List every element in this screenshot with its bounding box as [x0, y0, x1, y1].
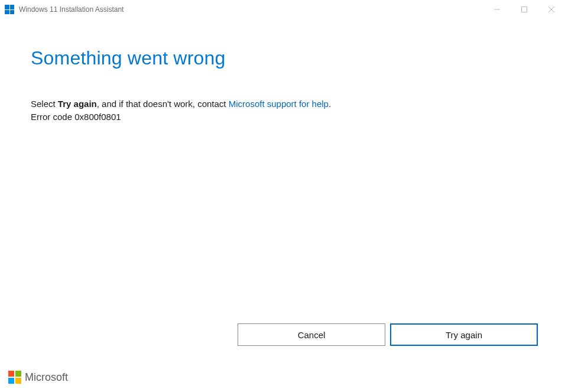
content-area: Something went wrong Select Try again, a…: [0, 19, 565, 122]
instruction-suffix: .: [329, 99, 331, 109]
instruction-middle: , and if that doesn't work, contact: [97, 99, 229, 109]
instruction-bold: Try again: [58, 99, 97, 109]
windows-icon: [5, 5, 14, 14]
try-again-button[interactable]: Try again: [390, 323, 538, 346]
close-button[interactable]: [538, 0, 565, 19]
window-controls: [483, 0, 565, 19]
microsoft-footer-logo: Microsoft: [8, 371, 68, 384]
minimize-button[interactable]: [483, 0, 511, 19]
microsoft-icon: [8, 371, 21, 384]
microsoft-label: Microsoft: [25, 371, 68, 384]
window-title: Windows 11 Installation Assistant: [19, 5, 483, 14]
button-row: Cancel Try again: [238, 323, 538, 346]
instruction-text: Select Try again, and if that doesn't wo…: [31, 98, 534, 111]
titlebar: Windows 11 Installation Assistant: [0, 0, 565, 19]
cancel-button[interactable]: Cancel: [238, 323, 385, 346]
support-link[interactable]: Microsoft support for help: [229, 99, 329, 109]
page-heading: Something went wrong: [31, 47, 534, 69]
maximize-button[interactable]: [511, 0, 538, 19]
svg-rect-1: [522, 7, 527, 12]
instruction-prefix: Select: [31, 99, 58, 109]
error-code: Error code 0x800f0801: [31, 112, 534, 122]
